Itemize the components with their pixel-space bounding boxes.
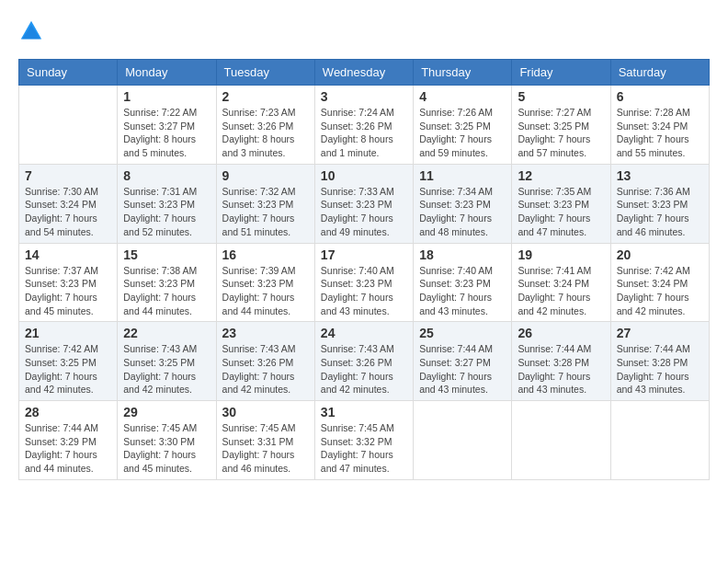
calendar-week-row: 1Sunrise: 7:22 AM Sunset: 3:27 PM Daylig…	[19, 86, 710, 165]
day-number: 27	[617, 326, 703, 340]
calendar-cell	[610, 401, 709, 480]
day-of-week-header: Wednesday	[314, 60, 413, 86]
day-info: Sunrise: 7:39 AM Sunset: 3:23 PM Dayligh…	[222, 264, 309, 318]
day-info: Sunrise: 7:33 AM Sunset: 3:23 PM Dayligh…	[321, 185, 407, 239]
day-info: Sunrise: 7:35 AM Sunset: 3:23 PM Dayligh…	[518, 185, 604, 239]
day-info: Sunrise: 7:44 AM Sunset: 3:28 PM Dayligh…	[617, 342, 703, 396]
day-info: Sunrise: 7:45 AM Sunset: 3:32 PM Dayligh…	[321, 421, 407, 476]
day-info: Sunrise: 7:34 AM Sunset: 3:23 PM Dayligh…	[419, 185, 506, 239]
day-number: 16	[222, 247, 309, 262]
calendar-cell: 7Sunrise: 7:30 AM Sunset: 3:24 PM Daylig…	[19, 164, 118, 243]
day-info: Sunrise: 7:44 AM Sunset: 3:28 PM Dayligh…	[518, 342, 604, 396]
calendar-cell: 3Sunrise: 7:24 AM Sunset: 3:26 PM Daylig…	[314, 86, 413, 165]
day-info: Sunrise: 7:44 AM Sunset: 3:27 PM Dayligh…	[419, 342, 506, 396]
calendar-week-row: 28Sunrise: 7:44 AM Sunset: 3:29 PM Dayli…	[19, 401, 710, 480]
day-info: Sunrise: 7:23 AM Sunset: 3:26 PM Dayligh…	[222, 106, 309, 160]
calendar-table: SundayMondayTuesdayWednesdayThursdayFrid…	[18, 59, 710, 480]
calendar-cell: 4Sunrise: 7:26 AM Sunset: 3:25 PM Daylig…	[414, 86, 512, 165]
day-info: Sunrise: 7:30 AM Sunset: 3:24 PM Dayligh…	[25, 185, 111, 239]
day-info: Sunrise: 7:43 AM Sunset: 3:25 PM Dayligh…	[123, 342, 210, 396]
day-of-week-header: Friday	[512, 60, 610, 86]
day-number: 26	[518, 326, 604, 340]
day-number: 25	[419, 326, 506, 340]
calendar-cell: 11Sunrise: 7:34 AM Sunset: 3:23 PM Dayli…	[414, 164, 512, 243]
day-info: Sunrise: 7:28 AM Sunset: 3:24 PM Dayligh…	[617, 106, 703, 160]
day-number: 23	[222, 326, 309, 340]
day-info: Sunrise: 7:37 AM Sunset: 3:23 PM Dayligh…	[25, 264, 111, 318]
day-info: Sunrise: 7:42 AM Sunset: 3:25 PM Dayligh…	[25, 342, 111, 396]
day-number: 6	[617, 89, 703, 104]
day-number: 21	[25, 326, 111, 340]
day-info: Sunrise: 7:24 AM Sunset: 3:26 PM Dayligh…	[321, 106, 407, 160]
calendar-cell	[512, 401, 610, 480]
day-number: 13	[617, 168, 703, 183]
logo	[18, 18, 48, 44]
calendar-cell: 16Sunrise: 7:39 AM Sunset: 3:23 PM Dayli…	[216, 243, 314, 322]
calendar-cell: 18Sunrise: 7:40 AM Sunset: 3:23 PM Dayli…	[414, 243, 512, 322]
day-number: 29	[123, 405, 210, 419]
day-number: 15	[123, 247, 210, 262]
day-info: Sunrise: 7:40 AM Sunset: 3:23 PM Dayligh…	[419, 264, 506, 318]
calendar-cell: 10Sunrise: 7:33 AM Sunset: 3:23 PM Dayli…	[314, 164, 413, 243]
day-number: 5	[518, 89, 604, 104]
day-number: 17	[321, 247, 407, 262]
day-number: 24	[321, 326, 407, 340]
day-number: 31	[321, 405, 407, 419]
calendar-cell: 9Sunrise: 7:32 AM Sunset: 3:23 PM Daylig…	[216, 164, 314, 243]
svg-marker-1	[22, 25, 40, 39]
day-number: 4	[419, 89, 506, 104]
day-info: Sunrise: 7:36 AM Sunset: 3:23 PM Dayligh…	[617, 185, 703, 239]
day-number: 30	[222, 405, 309, 419]
day-info: Sunrise: 7:45 AM Sunset: 3:31 PM Dayligh…	[222, 421, 309, 476]
day-info: Sunrise: 7:40 AM Sunset: 3:23 PM Dayligh…	[321, 264, 407, 318]
day-number: 14	[25, 247, 111, 262]
calendar-cell: 21Sunrise: 7:42 AM Sunset: 3:25 PM Dayli…	[19, 322, 118, 401]
day-number: 11	[419, 168, 506, 183]
day-info: Sunrise: 7:31 AM Sunset: 3:23 PM Dayligh…	[123, 185, 210, 239]
day-number: 22	[123, 326, 210, 340]
logo-icon	[18, 18, 44, 44]
calendar-cell: 26Sunrise: 7:44 AM Sunset: 3:28 PM Dayli…	[512, 322, 610, 401]
calendar-cell: 31Sunrise: 7:45 AM Sunset: 3:32 PM Dayli…	[314, 401, 413, 480]
day-info: Sunrise: 7:38 AM Sunset: 3:23 PM Dayligh…	[123, 264, 210, 318]
day-number: 20	[617, 247, 703, 262]
calendar-cell: 27Sunrise: 7:44 AM Sunset: 3:28 PM Dayli…	[610, 322, 709, 401]
day-info: Sunrise: 7:26 AM Sunset: 3:25 PM Dayligh…	[419, 106, 506, 160]
page-header	[18, 18, 710, 44]
day-of-week-header: Tuesday	[216, 60, 314, 86]
day-number: 19	[518, 247, 604, 262]
day-number: 7	[25, 168, 111, 183]
calendar-week-row: 14Sunrise: 7:37 AM Sunset: 3:23 PM Dayli…	[19, 243, 710, 322]
calendar-cell: 1Sunrise: 7:22 AM Sunset: 3:27 PM Daylig…	[118, 86, 216, 165]
calendar-cell: 12Sunrise: 7:35 AM Sunset: 3:23 PM Dayli…	[512, 164, 610, 243]
day-of-week-header: Thursday	[414, 60, 512, 86]
day-number: 18	[419, 247, 506, 262]
calendar-cell: 14Sunrise: 7:37 AM Sunset: 3:23 PM Dayli…	[19, 243, 118, 322]
day-number: 2	[222, 89, 309, 104]
day-info: Sunrise: 7:41 AM Sunset: 3:24 PM Dayligh…	[518, 264, 604, 318]
day-info: Sunrise: 7:43 AM Sunset: 3:26 PM Dayligh…	[222, 342, 309, 396]
day-number: 8	[123, 168, 210, 183]
day-number: 9	[222, 168, 309, 183]
calendar-cell: 2Sunrise: 7:23 AM Sunset: 3:26 PM Daylig…	[216, 86, 314, 165]
calendar-cell: 28Sunrise: 7:44 AM Sunset: 3:29 PM Dayli…	[19, 401, 118, 480]
calendar-cell: 20Sunrise: 7:42 AM Sunset: 3:24 PM Dayli…	[610, 243, 709, 322]
day-number: 1	[123, 89, 210, 104]
day-number: 12	[518, 168, 604, 183]
calendar-cell: 23Sunrise: 7:43 AM Sunset: 3:26 PM Dayli…	[216, 322, 314, 401]
calendar-cell: 17Sunrise: 7:40 AM Sunset: 3:23 PM Dayli…	[314, 243, 413, 322]
calendar-cell: 22Sunrise: 7:43 AM Sunset: 3:25 PM Dayli…	[118, 322, 216, 401]
day-number: 3	[321, 89, 407, 104]
calendar-cell: 24Sunrise: 7:43 AM Sunset: 3:26 PM Dayli…	[314, 322, 413, 401]
day-info: Sunrise: 7:27 AM Sunset: 3:25 PM Dayligh…	[518, 106, 604, 160]
calendar-header-row: SundayMondayTuesdayWednesdayThursdayFrid…	[19, 60, 710, 86]
calendar-cell: 8Sunrise: 7:31 AM Sunset: 3:23 PM Daylig…	[118, 164, 216, 243]
calendar-cell: 29Sunrise: 7:45 AM Sunset: 3:30 PM Dayli…	[118, 401, 216, 480]
calendar-cell: 30Sunrise: 7:45 AM Sunset: 3:31 PM Dayli…	[216, 401, 314, 480]
calendar-week-row: 21Sunrise: 7:42 AM Sunset: 3:25 PM Dayli…	[19, 322, 710, 401]
calendar-cell	[414, 401, 512, 480]
day-of-week-header: Saturday	[610, 60, 709, 86]
day-info: Sunrise: 7:22 AM Sunset: 3:27 PM Dayligh…	[123, 106, 210, 160]
calendar-week-row: 7Sunrise: 7:30 AM Sunset: 3:24 PM Daylig…	[19, 164, 710, 243]
day-info: Sunrise: 7:44 AM Sunset: 3:29 PM Dayligh…	[25, 421, 111, 476]
